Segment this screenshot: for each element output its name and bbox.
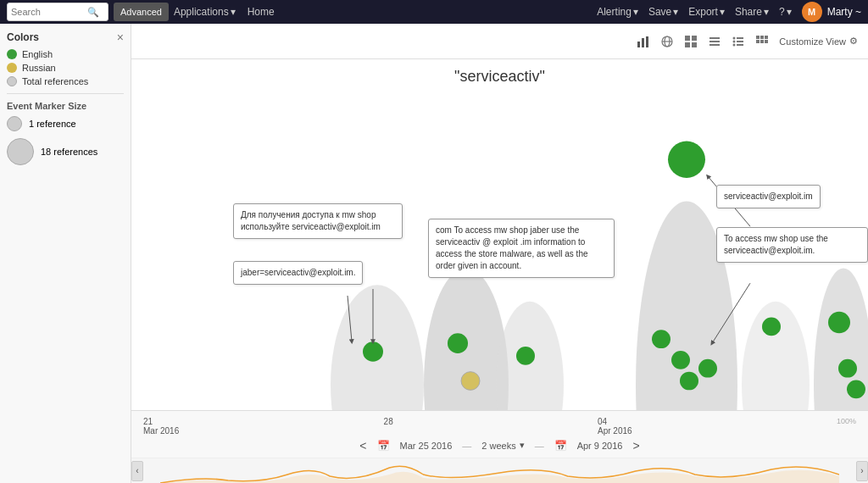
timeline-mid-day: 28 — [384, 417, 393, 436]
top-navigation: 🔍 Advanced Applications ▾ Home Alerting … — [0, 0, 868, 24]
timeline-left-day: 21 — [143, 417, 153, 426]
timeline-labels: 21 Mar 2016 28 04 Apr 2016 100% — [131, 415, 868, 437]
svg-rect-16 — [737, 41, 743, 42]
svg-rect-0 — [637, 42, 640, 47]
timeline-period-separator2: — — [535, 441, 544, 451]
grid-icon[interactable] — [681, 31, 701, 52]
svg-rect-19 — [756, 36, 760, 39]
english-color-dot — [7, 49, 17, 59]
svg-rect-14 — [737, 37, 743, 39]
timeline-prev-button[interactable]: < — [359, 439, 366, 452]
chevron-down-icon: ▾ — [520, 440, 525, 451]
search-input[interactable] — [11, 7, 87, 17]
colors-header: Colors × — [7, 31, 124, 44]
chevron-down-icon: ▾ — [787, 6, 792, 18]
chart-area: "serviceactiv" — [131, 59, 868, 410]
svg-point-43 — [847, 380, 865, 399]
svg-point-37 — [671, 351, 690, 369]
small-marker-dot — [7, 116, 22, 131]
svg-point-17 — [733, 43, 736, 46]
nav-share[interactable]: Share ▾ — [735, 6, 769, 18]
bar-chart-icon[interactable] — [633, 31, 654, 52]
nav-help[interactable]: ? ▾ — [779, 6, 792, 18]
svg-point-36 — [652, 330, 670, 348]
svg-point-33 — [448, 333, 468, 353]
user-badge[interactable]: M Marty ~ — [802, 2, 861, 22]
svg-rect-24 — [765, 40, 768, 43]
chevron-down-icon: ▾ — [633, 6, 638, 18]
timeline-next-button[interactable]: > — [632, 439, 639, 452]
timeline-percent: 100% — [837, 417, 856, 436]
globe-icon[interactable] — [657, 31, 677, 52]
list-icon[interactable] — [704, 31, 725, 52]
svg-rect-6 — [685, 36, 690, 41]
svg-rect-1 — [642, 38, 644, 47]
svg-point-13 — [733, 36, 736, 39]
timeline-right-month: Apr 2016 — [598, 426, 632, 436]
timeline-period-dropdown[interactable]: 2 weeks ▾ — [481, 440, 524, 451]
nav-home[interactable]: Home — [248, 6, 275, 18]
gear-icon: ⚙ — [849, 36, 858, 47]
legend-russian-label: Russian — [22, 63, 56, 73]
marker-small-label: 1 reference — [29, 119, 76, 129]
collapse-button[interactable]: × — [117, 31, 124, 44]
mini-chart: ‹ › — [131, 458, 868, 483]
bullet-list-icon[interactable] — [728, 31, 748, 52]
svg-point-39 — [698, 359, 717, 378]
legend-english-label: English — [22, 49, 53, 59]
search-icon[interactable]: 🔍 — [87, 7, 99, 18]
svg-rect-7 — [692, 36, 697, 41]
legend-russian: Russian — [7, 63, 124, 73]
chevron-down-icon: ▾ — [720, 6, 725, 18]
svg-point-42 — [838, 359, 857, 378]
marker-small: 1 reference — [7, 116, 124, 131]
svg-rect-10 — [709, 37, 720, 39]
nav-alerting[interactable]: Alerting ▾ — [597, 6, 638, 18]
event-marker-title: Event Marker Size — [7, 101, 124, 111]
svg-point-32 — [363, 341, 383, 362]
chevron-down-icon: ▾ — [764, 6, 769, 18]
svg-point-34 — [461, 372, 480, 391]
scroll-right-button[interactable]: › — [856, 461, 868, 481]
customize-view-label: Customize View — [779, 36, 846, 47]
svg-rect-2 — [646, 36, 648, 47]
advanced-button[interactable]: Advanced — [114, 3, 169, 21]
timeline-period-left: Mar 25 2016 — [400, 441, 453, 451]
russian-color-dot — [7, 63, 17, 73]
nav-right: Alerting ▾ Save ▾ Export ▾ Share ▾ ? ▾ M… — [597, 2, 861, 22]
user-name: Marty ~ — [827, 6, 861, 18]
svg-rect-21 — [765, 36, 768, 39]
apps-grid-icon[interactable] — [752, 31, 772, 52]
legend-total-label: Total references — [22, 76, 88, 86]
svg-rect-23 — [760, 40, 764, 43]
bottom-bar: 21 Mar 2016 28 04 Apr 2016 100% < 📅 Mar … — [131, 410, 868, 458]
timeline-period-separator: — — [462, 441, 471, 451]
total-color-dot — [7, 76, 17, 86]
nav-applications[interactable]: Applications ▾ — [174, 6, 236, 18]
customize-view-button[interactable]: Customize View ⚙ — [779, 36, 858, 47]
nav-export[interactable]: Export ▾ — [688, 6, 725, 18]
avatar: M — [802, 2, 822, 22]
timeline-period-right: Apr 9 2016 — [577, 441, 623, 451]
svg-rect-12 — [709, 44, 720, 46]
svg-point-31 — [668, 142, 705, 178]
svg-rect-8 — [685, 42, 690, 47]
scroll-left-button[interactable]: ‹ — [131, 461, 143, 481]
svg-point-40 — [762, 318, 781, 336]
calendar-left-icon: 📅 — [377, 440, 390, 452]
annotation-5: To access mw shop use the serviceactiv@e… — [716, 227, 868, 263]
search-box[interactable]: 🔍 — [7, 3, 108, 21]
nav-save[interactable]: Save ▾ — [648, 6, 678, 18]
annotation-3: com To access mw shop jaber use the serv… — [428, 219, 615, 278]
colors-title: Colors — [7, 31, 39, 43]
divider — [7, 93, 124, 94]
svg-rect-20 — [760, 36, 764, 39]
nav-items: Applications ▾ Home — [174, 6, 592, 18]
annotation-2: jaber=serviceactiv@exploit.im. — [233, 261, 363, 285]
left-panel: Colors × English Russian Total reference… — [0, 24, 131, 483]
svg-point-38 — [680, 372, 698, 391]
svg-point-35 — [516, 347, 535, 365]
svg-rect-18 — [737, 44, 743, 46]
chevron-down-icon: ▾ — [673, 6, 678, 18]
svg-rect-11 — [709, 41, 720, 42]
